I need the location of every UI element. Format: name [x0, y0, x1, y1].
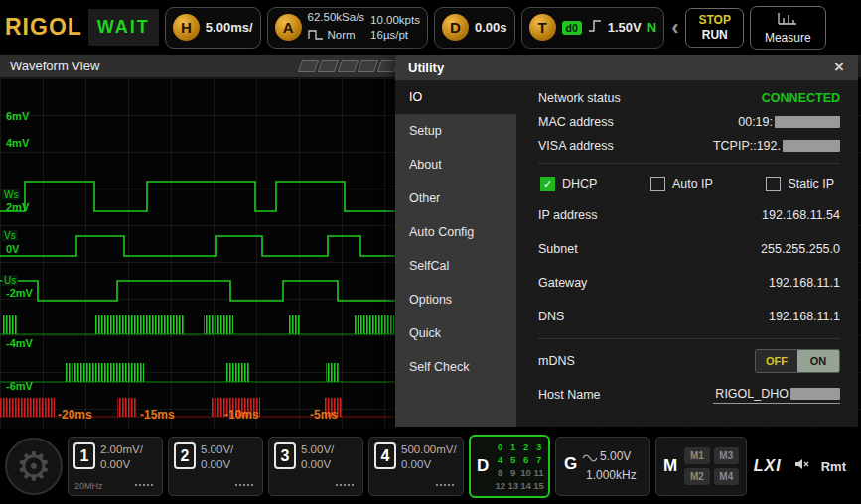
stop-run-button[interactable]: STOP RUN: [685, 8, 743, 48]
menu-button[interactable]: ⚙: [5, 438, 63, 495]
rigol-logo: RIGOL: [5, 14, 82, 41]
checkbox-empty-icon[interactable]: [766, 177, 781, 191]
mdns-on-segment[interactable]: ON: [797, 350, 839, 372]
utility-dialog-titlebar: Utility ×: [395, 55, 858, 80]
status-icons: LXI Rmt: [754, 456, 856, 476]
math-m2-button[interactable]: M2: [684, 468, 709, 485]
utility-menu-options[interactable]: Options: [395, 283, 516, 316]
coupling-dash-icon: [336, 484, 354, 486]
mac-address-value: 00:19:: [738, 115, 840, 129]
channel-scale: 500.00mV/: [401, 443, 457, 455]
digital-bit: 0: [494, 441, 506, 452]
channel-scale: 2.00mV/: [100, 443, 143, 455]
delay-knob[interactable]: D: [442, 14, 469, 41]
stop-label: STOP: [698, 13, 730, 28]
ip-address-value: 192.168.11.54: [762, 208, 840, 222]
io-settings-panel: Network status CONNECTED MAC address 00:…: [516, 80, 858, 427]
checkbox-empty-icon[interactable]: [650, 177, 665, 191]
divider: [538, 338, 840, 339]
dhcp-label: DHCP: [562, 177, 597, 190]
digital-bit: 11: [532, 467, 545, 478]
bandwidth-limit: 20MHz: [74, 481, 103, 491]
digital-bit-grid: 0 1 2 3 4 5 6 7 8 9 10 11 12 13 14 15: [494, 441, 545, 491]
utility-menu-about[interactable]: About: [395, 148, 516, 182]
digital-bit: 10: [519, 467, 532, 478]
close-icon[interactable]: ×: [828, 57, 850, 78]
digital-bit: 5: [506, 454, 519, 465]
math-box[interactable]: M M1 M3 M2 M4: [655, 437, 747, 496]
digital-bit: 14: [519, 480, 532, 491]
channel-2-box[interactable]: 2 5.00V/ 0.00V: [168, 437, 263, 496]
auto-ip-checkbox-item[interactable]: Auto IP: [650, 177, 713, 191]
acquire-knob[interactable]: A: [275, 14, 302, 41]
mdns-toggle[interactable]: OFF ON: [755, 349, 840, 373]
redaction-block: [775, 116, 840, 128]
dns-label: DNS: [538, 310, 564, 323]
x-axis-label: -20ms: [58, 408, 92, 422]
measure-button[interactable]: Measure: [750, 6, 826, 50]
sample-rate: 62.50kSa/s: [308, 11, 365, 23]
y-axis-label: 0V: [6, 243, 19, 255]
sine-wave-icon: [582, 450, 598, 468]
divider: [538, 163, 840, 164]
subnet-value: 255.255.255.0: [761, 242, 840, 256]
channel-1-box[interactable]: 1 2.00mV/ 0.00V 20MHz: [68, 437, 163, 496]
x-axis-label: -5ms: [310, 408, 338, 422]
checkbox-checked-icon[interactable]: ✓: [540, 177, 555, 191]
channel-offset: 0.00V: [301, 458, 331, 470]
y-axis-label: -2mV: [6, 287, 33, 299]
utility-menu-quick[interactable]: Quick: [395, 316, 516, 350]
gear-icon: ⚙: [16, 446, 52, 486]
digital-channels-box[interactable]: D 0 1 2 3 4 5 6 7 8 9 10 11 12 13 14 15: [469, 435, 550, 498]
digital-bit: 1: [506, 441, 519, 452]
trigger-settings[interactable]: T d0 1.50V N: [521, 7, 665, 49]
generator-box[interactable]: G 5.00V 1.000kHz: [555, 437, 650, 496]
utility-menu-auto-config[interactable]: Auto Config: [395, 215, 516, 249]
math-m3-button[interactable]: M3: [714, 447, 739, 464]
utility-menu-self-check[interactable]: Self Check: [395, 350, 516, 384]
x-axis-label: -15ms: [140, 408, 175, 422]
channel-offset: 0.00V: [401, 458, 431, 470]
math-label: M: [663, 456, 677, 476]
horizontal-knob[interactable]: H: [173, 14, 200, 41]
auto-ip-label: Auto IP: [672, 177, 713, 190]
measure-label: Measure: [765, 31, 811, 45]
gateway-value: 192.168.11.1: [769, 276, 840, 290]
mdns-label: mDNS: [538, 354, 575, 368]
trigger-knob[interactable]: T: [529, 14, 556, 41]
tab-shape-icon: [358, 60, 378, 72]
mdns-off-segment[interactable]: OFF: [756, 350, 797, 372]
horizontal-settings[interactable]: H 5.00ms/: [165, 7, 261, 49]
delay-settings[interactable]: D 0.00s: [434, 7, 515, 49]
channel-4-box[interactable]: 4 500.00mV/ 0.00V: [368, 437, 464, 496]
tab-shape-icon: [338, 60, 359, 72]
hostname-field[interactable]: RIGOL_DHO: [713, 387, 840, 404]
redaction-block: [790, 388, 840, 400]
trigger-level: 1.50V: [608, 20, 642, 35]
digital-bit: 12: [494, 480, 506, 491]
generator-frequency: 1.000kHz: [586, 468, 637, 482]
dhcp-checkbox-item[interactable]: ✓ DHCP: [540, 177, 597, 191]
dns-value: 192.168.11.1: [769, 310, 840, 323]
static-ip-checkbox-item[interactable]: Static IP: [766, 177, 834, 191]
utility-menu-io[interactable]: IO: [395, 80, 516, 114]
y-axis-label: -4mV: [6, 337, 33, 349]
channel-3-box[interactable]: 3 5.00V/ 0.00V: [268, 437, 363, 496]
chevron-left-icon[interactable]: ‹: [670, 17, 679, 39]
digital-bit: 3: [532, 441, 545, 452]
coupling-dash-icon: [135, 484, 153, 486]
coupling-dash-icon: [235, 484, 253, 486]
memory-depth: 10.00kpts: [370, 14, 420, 26]
visa-address-value: TCPIP::192.: [713, 139, 840, 153]
gateway-label: Gateway: [538, 276, 587, 290]
utility-menu-other[interactable]: Other: [395, 182, 516, 215]
trigger-mode-indicator: N: [647, 20, 656, 35]
channel-marker-label: Ws: [2, 189, 20, 200]
utility-menu-selfcal[interactable]: SelfCal: [395, 249, 516, 283]
acquire-settings[interactable]: A 62.50kSa/s Norm 10.00kpts 16µs/pt: [267, 7, 428, 49]
math-m1-button[interactable]: M1: [684, 447, 709, 464]
measure-icon: [778, 11, 797, 29]
math-m4-button[interactable]: M4: [714, 468, 739, 485]
utility-menu-setup[interactable]: Setup: [395, 114, 516, 148]
tab-shape-icon: [318, 60, 339, 72]
